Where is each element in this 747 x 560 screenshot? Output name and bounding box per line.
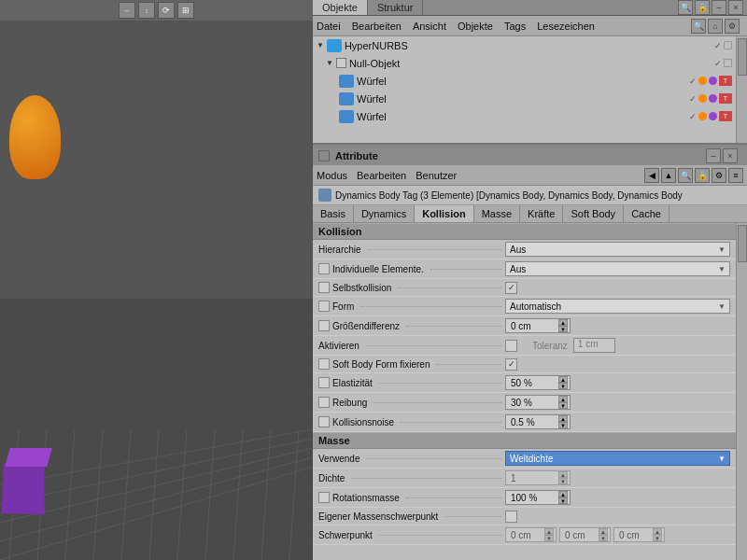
spinner-schwerpunkt-x[interactable]: 0 cm ▲ ▼: [505, 527, 557, 542]
menu-bearbeiten[interactable]: Bearbeiten: [352, 21, 402, 32]
minimize-icon[interactable]: –: [712, 0, 726, 15]
tree-label-hypernurbs: HyperNURBS: [345, 40, 714, 51]
checkbox-rotationsmasse[interactable]: [318, 492, 330, 503]
tab-kraefte[interactable]: Kräfte: [520, 205, 563, 222]
attr-menu-bearbeiten[interactable]: Bearbeiten: [357, 170, 406, 181]
spinner-kollisionsnoise[interactable]: 0.5 % ▲ ▼: [505, 414, 571, 429]
attr-menu-benutzer[interactable]: Benutzer: [416, 170, 457, 181]
checkbox-selbst[interactable]: [318, 282, 330, 293]
search-obj-icon[interactable]: 🔍: [691, 19, 706, 34]
field-aktivieren: Aktivieren Toleranz 1 cm: [313, 336, 736, 356]
tab-struktur[interactable]: Struktur: [368, 0, 424, 15]
spinner-elastizitaet[interactable]: 50 % ▲ ▼: [505, 375, 571, 390]
checkbox-individuelle[interactable]: [318, 263, 330, 274]
spinner-rotationsmasse[interactable]: 100 % ▲ ▼: [505, 490, 571, 505]
viewport-tool-2[interactable]: ↕: [138, 2, 155, 19]
reibung-up[interactable]: ▲: [558, 396, 568, 402]
spinner-up[interactable]: ▲: [558, 319, 568, 326]
spinner-reibung[interactable]: 30 % ▲ ▼: [505, 395, 571, 410]
menu-datei[interactable]: Datei: [317, 21, 341, 32]
rot-down[interactable]: ▼: [558, 497, 568, 504]
checkbox-reibung[interactable]: [318, 397, 330, 408]
spinner-schwerpunkt-y[interactable]: 0 cm ▲ ▼: [559, 527, 611, 542]
menu-tags[interactable]: Tags: [504, 21, 526, 32]
checkbox-kollisionsnoise[interactable]: [318, 416, 330, 427]
search-icon[interactable]: 🔍: [678, 0, 693, 15]
checkbox-eigener[interactable]: [505, 511, 517, 523]
lock-icon[interactable]: 🔒: [695, 0, 710, 15]
menu-objekte[interactable]: Objekte: [458, 21, 493, 32]
spinner-schwerpunkt-z[interactable]: 0 cm ▲ ▼: [613, 527, 665, 542]
spinner-groesse[interactable]: 0 cm ▲ ▼: [505, 318, 571, 333]
tab-kollision[interactable]: Kollision: [415, 205, 473, 222]
input-tolerance[interactable]: 1 cm: [573, 338, 615, 353]
nav-lock[interactable]: 🔒: [695, 168, 710, 183]
attr-menu-modus[interactable]: Modus: [317, 170, 347, 181]
checkbox-elastizitaet[interactable]: [318, 377, 330, 388]
attr-scrollbar-thumb[interactable]: [738, 225, 747, 262]
attr-scrollbar[interactable]: [736, 223, 747, 560]
tab-objekte[interactable]: Objekte: [313, 0, 368, 15]
right-panel: Objekte Struktur 🔍 🔒 – × Datei Bearbeite…: [313, 0, 747, 560]
label-aktivieren: Aktivieren: [318, 341, 505, 351]
tab-masse[interactable]: Masse: [474, 205, 520, 222]
rot-up[interactable]: ▲: [558, 491, 568, 497]
noise-down[interactable]: ▼: [558, 422, 568, 428]
control-softbody-fix: ✓: [505, 358, 730, 371]
select-hierarchie[interactable]: Aus ▼: [505, 242, 730, 257]
tab-softbody[interactable]: Soft Body: [563, 205, 624, 222]
checkbox-form[interactable]: [318, 301, 330, 312]
control-eigener: [505, 511, 730, 523]
control-reibung: 30 % ▲ ▼: [505, 395, 730, 410]
close-icon[interactable]: ×: [728, 0, 743, 15]
tree-item-cube-3[interactable]: Würfel ✓ T: [313, 107, 736, 125]
spinner-down[interactable]: ▼: [558, 326, 568, 332]
nav-settings[interactable]: ⚙: [712, 168, 726, 183]
checkbox-selbst-val[interactable]: ✓: [505, 282, 517, 294]
tolerance-label: Toleranz: [532, 341, 568, 351]
tree-item-cube-1[interactable]: Würfel ✓ T: [313, 72, 736, 90]
tab-cache[interactable]: Cache: [624, 205, 669, 222]
nav-search[interactable]: 🔍: [678, 168, 693, 183]
tree-item-hypernurbs[interactable]: ▼ HyperNURBS ✓: [313, 36, 736, 54]
checkbox-softbody-fix[interactable]: [318, 358, 330, 370]
obj-icon-2[interactable]: ⚙: [725, 19, 740, 34]
attr-icon-2[interactable]: ×: [723, 148, 738, 163]
object-scrollbar[interactable]: [736, 36, 747, 143]
menu-ansicht[interactable]: Ansicht: [413, 21, 446, 32]
select-form[interactable]: Automatisch ▼: [505, 299, 730, 314]
nav-extra[interactable]: ≡: [728, 168, 743, 183]
select-verwende[interactable]: Weltdichte ▼: [505, 451, 730, 466]
nav-forward[interactable]: ▲: [661, 168, 676, 183]
nav-back[interactable]: ◀: [644, 168, 659, 183]
tab-dynamics[interactable]: Dynamics: [354, 205, 415, 222]
noise-up[interactable]: ▲: [558, 415, 568, 422]
label-form: Form: [318, 301, 505, 312]
select-individuelle[interactable]: Aus ▼: [505, 261, 730, 276]
tree-item-null[interactable]: ▼ Null-Objekt ✓: [313, 54, 736, 72]
dynamics-text: Dynamics Body Tag (3 Elemente) [Dynamics…: [335, 190, 683, 201]
tab-basis[interactable]: Basis: [313, 205, 354, 222]
viewport-tool-3[interactable]: ⟳: [158, 2, 175, 19]
tree-item-cube-2[interactable]: Würfel ✓ T: [313, 90, 736, 107]
dichte-up[interactable]: ▲: [558, 471, 568, 478]
home-icon[interactable]: ⌂: [708, 19, 723, 34]
3d-viewport[interactable]: ↔ ↕ ⟳ ⊞: [0, 0, 313, 560]
elastizitaet-down[interactable]: ▼: [558, 383, 568, 389]
checkbox-groesse[interactable]: [318, 320, 330, 331]
menu-lesezeichen[interactable]: Lesezeichen: [537, 21, 595, 32]
field-groesse: Größendifferenz 0 cm ▲ ▼: [313, 316, 736, 336]
dichte-down[interactable]: ▼: [558, 478, 568, 484]
scrollbar-thumb[interactable]: [738, 38, 747, 76]
viewport-tool-1[interactable]: ↔: [119, 2, 135, 19]
elastizitaet-up[interactable]: ▲: [558, 376, 568, 383]
checkbox-softbody-val[interactable]: ✓: [505, 358, 517, 371]
tree-label-cube-2: Würfel: [357, 93, 689, 105]
label-reibung: Reibung: [318, 397, 505, 408]
viewport-tool-4[interactable]: ⊞: [177, 2, 194, 19]
attr-icon-1[interactable]: –: [706, 148, 721, 163]
spinner-groesse-arrows[interactable]: ▲ ▼: [558, 319, 568, 332]
checkbox-aktivieren[interactable]: [505, 340, 517, 352]
spinner-dichte[interactable]: 1 ▲ ▼: [505, 470, 571, 485]
reibung-down[interactable]: ▼: [558, 402, 568, 409]
